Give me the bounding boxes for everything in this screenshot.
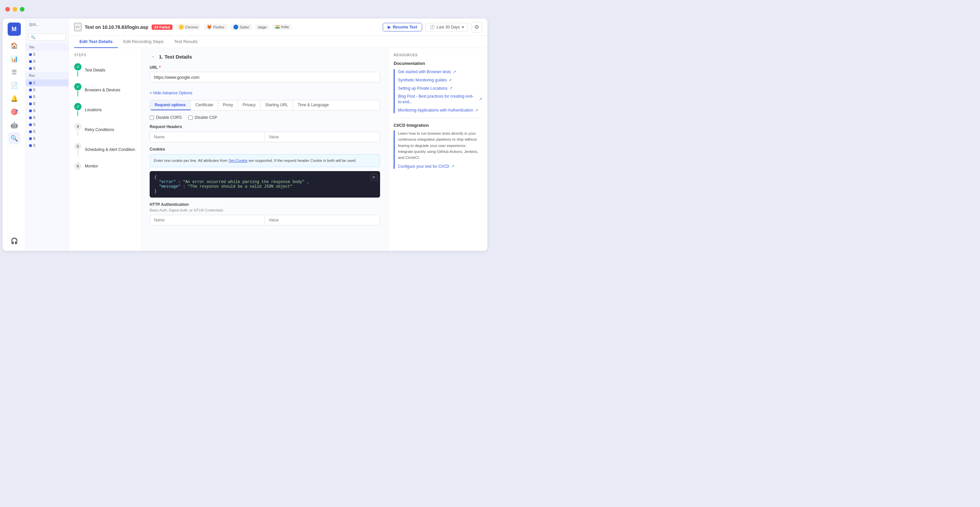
date-range-button[interactable]: 🕐 Last 30 Days ▾ — [425, 23, 468, 32]
firefox-icon: 🦊 — [207, 24, 212, 29]
resource-link-auth[interactable]: Monitoring Applications with Authenticat… — [398, 108, 482, 113]
titlebar — [0, 0, 490, 19]
tab-edit-test-details[interactable]: Edit Test Details — [74, 36, 118, 48]
opt-tab-starting-url[interactable]: Starting URL — [261, 100, 293, 110]
sidebar-item-synthetic[interactable]: 🔍 — [8, 132, 20, 144]
chrome-tag: 🟡 Chrome — [176, 24, 200, 30]
tab-test-results[interactable]: Test Results — [169, 36, 203, 48]
stage-tag: stage — [255, 24, 269, 30]
cookies-title: Cookies — [150, 147, 380, 152]
chevron-down-icon: ▾ — [462, 25, 464, 29]
left-panel-item-4[interactable]: S — [26, 79, 68, 86]
left-panel-item-9[interactable]: S — [26, 114, 68, 121]
sidebar-item-docs[interactable]: 📄 — [8, 79, 20, 91]
play-icon: ▶ — [388, 25, 391, 29]
failed-badge: 24 Failed — [152, 24, 172, 30]
left-panel-item-11[interactable]: S — [26, 128, 68, 135]
left-panel-item-6[interactable]: S — [26, 93, 68, 100]
sidebar-item-metrics[interactable]: 📊 — [8, 53, 20, 65]
left-panel-item-13[interactable]: S — [26, 142, 68, 149]
step-item-6[interactable]: 6 Monitor — [69, 159, 142, 173]
code-line-4: } — [154, 189, 375, 194]
test-title: Test on 10.10.78.83/login.asp — [85, 24, 148, 30]
section-header: − 1. Test Details — [150, 53, 380, 60]
sidebar-item-alerts[interactable]: 🔔 — [8, 93, 20, 105]
step-item-5[interactable]: 5 Scheduling & Alert Condition — [69, 140, 142, 159]
tabs-bar: Edit Test Details Edit Recording Steps T… — [69, 36, 487, 48]
disable-cors-label[interactable]: Disable CORS — [150, 115, 182, 120]
external-link-icon-4: ↗ — [479, 97, 482, 102]
settings-button[interactable]: ⚙ — [471, 22, 482, 32]
sidebar-item-bots[interactable]: 🤖 — [8, 119, 20, 131]
left-panel-search-input[interactable] — [29, 33, 66, 41]
opt-tab-time-language[interactable]: Time & Language — [293, 100, 333, 110]
advance-options-link[interactable]: + Hide Advance Options — [150, 91, 192, 95]
opt-tab-certificate[interactable]: Certificate — [191, 100, 218, 110]
sidebar-item-home[interactable]: 🏠 — [8, 40, 20, 52]
code-line-2: "error" : "An error occurred while parsi… — [154, 180, 375, 184]
external-link-icon-3: ↗ — [449, 86, 452, 91]
opt-tab-request[interactable]: Request options — [150, 100, 191, 110]
cicd-link[interactable]: Configure your test for CI/CD ↗ — [398, 164, 482, 169]
left-panel-item-3[interactable]: S — [26, 65, 68, 72]
left-panel-search-wrapper — [26, 31, 68, 43]
documentation-title: Documentation — [394, 61, 482, 66]
sidebar: M 🏠 📊 ☰ 📄 🔔 🎯 🤖 🔍 🎧 — [3, 19, 26, 251]
topbar-actions: ▶ Resume Test 🕐 Last 30 Days ▾ ⚙ — [383, 22, 482, 32]
step-item-2[interactable]: ✓ Browsers & Devices — [69, 80, 142, 100]
safari-tag: 🔵 Safari — [231, 24, 252, 30]
left-panel-item-8[interactable]: S — [26, 107, 68, 114]
step-connector-5 — [78, 151, 78, 156]
request-header-name-input[interactable] — [150, 132, 265, 142]
request-header-value-input[interactable] — [265, 132, 380, 142]
cicd-external-icon: ↗ — [451, 164, 454, 168]
resource-link-blog-post[interactable]: Blog Post - Best practices for creating … — [398, 94, 482, 105]
maximize-button[interactable] — [20, 7, 24, 11]
step-name-6: Monitor — [85, 164, 98, 168]
close-button[interactable] — [5, 7, 10, 11]
step-item-4[interactable]: 4 Retry Conditions — [69, 120, 142, 140]
opt-tab-privacy[interactable]: Privacy — [238, 100, 261, 110]
left-panel-item-2[interactable]: S — [26, 58, 68, 65]
left-panel-item-7[interactable]: S — [26, 100, 68, 107]
disable-csp-label[interactable]: Disable CSP — [188, 115, 217, 120]
resume-btn-label: Resume Test — [393, 25, 417, 29]
minimize-button[interactable] — [13, 7, 17, 11]
left-panel-item-5[interactable]: S — [26, 86, 68, 93]
left-panel-item-1[interactable]: S — [26, 51, 68, 58]
step-item-1[interactable]: ✓ Test Details — [69, 60, 142, 80]
tab-edit-recording-steps[interactable]: Edit Recording Steps — [118, 36, 169, 48]
set-cookie-link[interactable]: Set-Cookie — [229, 159, 248, 162]
resource-link-browser-tests[interactable]: Get started with Browser tests ↗ — [398, 69, 482, 75]
step-connector-3 — [78, 111, 78, 116]
cicd-group: Learn how to run browser tests directly … — [394, 130, 482, 169]
sidebar-logo[interactable]: M — [8, 22, 21, 36]
sidebar-item-targets[interactable]: 🎯 — [8, 106, 20, 118]
auth-name-input[interactable] — [150, 215, 265, 225]
left-panel-items: Sta S S S Rec S S S S S S S S S S — [26, 43, 68, 251]
sidebar-item-support[interactable]: 🎧 — [8, 235, 20, 247]
sidebar-item-list[interactable]: ☰ — [8, 66, 20, 78]
step-connector-4 — [78, 131, 78, 136]
safari-icon: 🔵 — [233, 24, 239, 29]
url-input[interactable] — [150, 72, 380, 83]
code-line-1: { — [154, 175, 375, 180]
copy-button[interactable]: ⧉ — [370, 174, 377, 181]
app-window: M 🏠 📊 ☰ 📄 🔔 🎯 🤖 🔍 🎧 QUI... Sta S S — [0, 0, 490, 253]
step-item-3[interactable]: ✓ Locations — [69, 100, 142, 120]
opt-tab-proxy[interactable]: Proxy — [218, 100, 238, 110]
resume-test-button[interactable]: ▶ Resume Test — [383, 23, 422, 32]
step-circle-4: 4 — [74, 123, 81, 130]
disable-csp-checkbox[interactable] — [188, 116, 192, 120]
code-block: ⧉ { "error" : "An error occurred while p… — [150, 171, 380, 197]
cicd-title: CI/CD Integration — [394, 123, 482, 128]
disable-cors-checkbox[interactable] — [150, 116, 154, 120]
collapse-button[interactable]: − — [150, 53, 156, 60]
resource-link-private-locations[interactable]: Setting up Private Locations ↗ — [398, 86, 482, 91]
back-button[interactable]: ← — [74, 23, 81, 31]
auth-value-input[interactable] — [265, 215, 380, 225]
url-required: * — [159, 65, 161, 70]
resource-link-synthetic-guides[interactable]: Synthetic Monitoring guides ↗ — [398, 78, 482, 83]
left-panel-item-10[interactable]: S — [26, 121, 68, 128]
left-panel-item-12[interactable]: S — [26, 135, 68, 142]
